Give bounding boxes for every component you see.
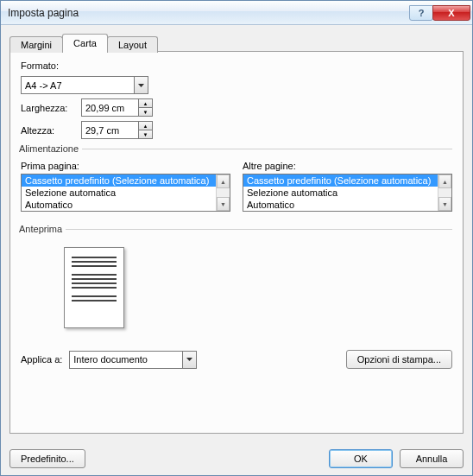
scrollbar[interactable]: ▲▼ [438, 175, 451, 211]
svg-marker-1 [186, 358, 192, 361]
prima-pagina-listbox[interactable]: Cassetto predefinito (Selezione automati… [21, 174, 230, 212]
list-item[interactable]: Selezione automatica [243, 187, 451, 199]
prima-pagina-label: Prima pagina: [21, 161, 230, 171]
close-button[interactable]: X [432, 5, 470, 21]
tab-layout[interactable]: Layout [107, 36, 158, 53]
formato-section: Formato: A4 -> A7 Larghezza: ▲▼ Altezza: [21, 60, 452, 143]
alimentazione-legend: Alimentazione [19, 143, 82, 154]
annulla-button[interactable]: Annulla [400, 449, 464, 468]
titlebar: Imposta pagina ? X [1, 1, 472, 25]
list-item[interactable]: Automatico [243, 199, 451, 211]
tab-carta[interactable]: Carta [62, 34, 108, 52]
list-item[interactable]: Selezione automatica [22, 187, 230, 199]
list-item[interactable]: Cassetto predefinito (Selezione automati… [243, 175, 451, 187]
altre-pagine-label: Altre pagine: [243, 161, 452, 171]
altre-pagine-listbox[interactable]: Cassetto predefinito (Selezione automati… [243, 174, 452, 212]
scrollbar[interactable]: ▲▼ [216, 175, 230, 211]
ok-button[interactable]: OK [329, 449, 393, 468]
list-item[interactable]: Automatico [22, 199, 230, 211]
tab-panel-carta: Formato: A4 -> A7 Larghezza: ▲▼ Altezza: [9, 51, 464, 434]
chevron-down-icon [134, 76, 148, 94]
height-input[interactable] [81, 121, 138, 139]
height-spinner[interactable]: ▲▼ [81, 121, 153, 139]
anteprima-legend: Anteprima [19, 224, 66, 234]
tabstrip: Margini Carta Layout [9, 32, 464, 51]
formato-legend: Formato: [21, 60, 59, 71]
alimentazione-section: Alimentazione Prima pagina: Cassetto pre… [21, 143, 452, 217]
width-label: Larghezza: [21, 103, 81, 113]
page-preview-icon [64, 247, 124, 328]
predefinito-button[interactable]: Predefinito... [9, 449, 85, 468]
svg-marker-0 [138, 84, 144, 87]
spin-down-icon[interactable]: ▼ [138, 130, 153, 139]
chevron-down-icon [182, 351, 197, 369]
tab-margini[interactable]: Margini [9, 36, 63, 53]
spin-up-icon[interactable]: ▲ [138, 98, 153, 107]
page-setup-dialog: Imposta pagina ? X Margini Carta Layout … [0, 0, 473, 476]
height-label: Altezza: [21, 125, 81, 136]
spin-up-icon[interactable]: ▲ [138, 121, 153, 130]
width-input[interactable] [81, 98, 138, 117]
spin-down-icon[interactable]: ▼ [138, 107, 153, 117]
dialog-title: Imposta pagina [8, 7, 410, 19]
anteprima-section: Anteprima [21, 224, 452, 340]
applica-label: Applica a: [21, 354, 62, 365]
applica-combo[interactable]: Intero documento [69, 351, 197, 369]
width-spinner[interactable]: ▲▼ [81, 98, 153, 117]
help-button[interactable]: ? [409, 5, 433, 21]
paper-size-combo[interactable]: A4 -> A7 [21, 76, 148, 94]
dialog-footer: Predefinito... OK Annulla [1, 442, 472, 475]
list-item[interactable]: Cassetto predefinito (Selezione automati… [22, 175, 230, 187]
opzioni-stampa-button[interactable]: Opzioni di stampa... [346, 350, 452, 369]
